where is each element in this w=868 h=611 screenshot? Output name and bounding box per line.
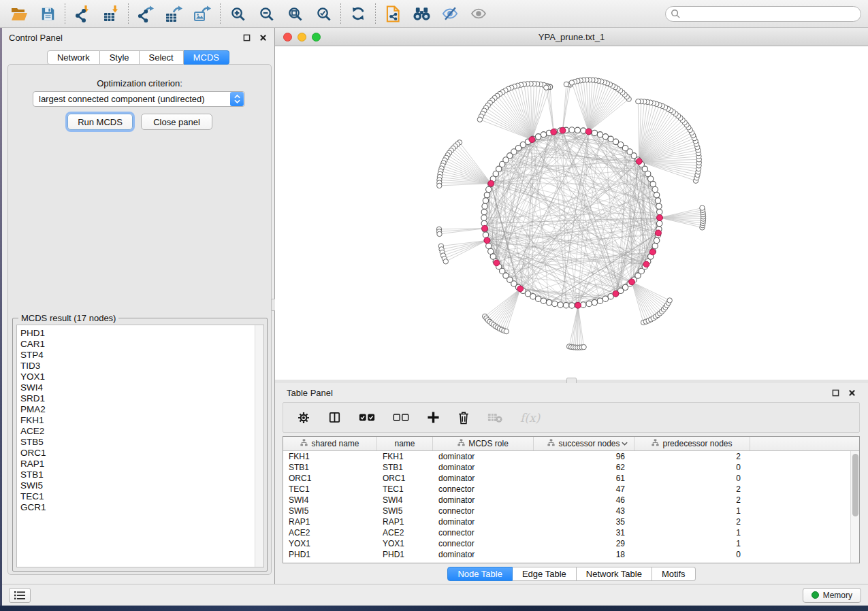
deselect-all-rows-icon[interactable] — [393, 408, 409, 428]
column-header-name[interactable]: name — [377, 437, 433, 450]
optimization-criterion-select[interactable]: largest connected component (undirected) — [33, 91, 245, 107]
window-maximize-button[interactable] — [312, 33, 321, 42]
mcds-result-list[interactable]: PHD1CAR1STP4TID3YOX1SWI4SRD1PMA2FKH1ACE2… — [16, 325, 264, 567]
table-row[interactable]: STB1STB1dominator620 — [283, 462, 859, 473]
result-node-item[interactable]: GCR1 — [20, 502, 263, 513]
export-table-icon[interactable] — [162, 3, 187, 24]
table-panel: Table Panel f(x) shared namenameMCDS rol… — [275, 383, 868, 584]
close-panel-button[interactable]: Close panel — [141, 114, 212, 130]
table-row[interactable]: SWI4SWI4dominator462 — [283, 495, 859, 506]
network-window-titlebar[interactable]: YPA_prune.txt_1 — [275, 28, 868, 46]
column-header-successor-nodes[interactable]: successor nodes — [534, 437, 634, 450]
column-header-predecessor-nodes[interactable]: predecessor nodes — [634, 437, 750, 450]
table-row[interactable]: YOX1YOX1connector291 — [283, 538, 859, 549]
import-table-icon[interactable] — [99, 3, 123, 24]
result-list-scrollbar[interactable] — [255, 325, 263, 567]
result-node-item[interactable]: ORC1 — [20, 448, 263, 459]
table-row[interactable]: TEC1TEC1connector472 — [283, 484, 859, 495]
table-row[interactable]: RAP1RAP1dominator352 — [283, 516, 859, 527]
tab-node-table[interactable]: Node Table — [447, 567, 513, 581]
close-table-panel-icon[interactable] — [847, 388, 856, 397]
refresh-layout-icon[interactable] — [346, 3, 370, 24]
zoom-in-icon[interactable] — [225, 3, 250, 24]
result-node-item[interactable]: SWI5 — [20, 480, 263, 491]
table-row[interactable]: ACE2ACE2connector311 — [283, 527, 859, 538]
settings-gear-icon[interactable] — [297, 408, 310, 428]
desktop-wallpaper-bottom — [0, 606, 868, 611]
result-node-item[interactable]: PHD1 — [20, 328, 263, 339]
table-header-row: shared namenameMCDS rolesuccessor nodesp… — [283, 437, 859, 451]
table-row[interactable]: FKH1FKH1dominator962 — [283, 451, 859, 462]
cell-name: ACE2 — [377, 527, 433, 538]
hide-unselected-icon[interactable] — [438, 3, 462, 24]
result-node-item[interactable]: CAR1 — [20, 339, 263, 350]
export-network-icon[interactable] — [133, 3, 158, 24]
result-node-item[interactable]: SWI4 — [20, 382, 263, 393]
result-node-item[interactable]: PMA2 — [20, 404, 263, 415]
table-row[interactable]: PHD1PHD1dominator180 — [283, 549, 859, 560]
show-all-icon[interactable] — [466, 3, 491, 24]
window-minimize-button[interactable] — [298, 33, 306, 42]
cell-name: TEC1 — [377, 484, 433, 495]
cell-shared_name: YOX1 — [283, 538, 377, 549]
result-node-item[interactable]: STP4 — [20, 350, 263, 361]
float-panel-icon[interactable] — [242, 33, 251, 42]
result-node-item[interactable]: TEC1 — [20, 491, 263, 502]
zoom-selected-icon[interactable] — [311, 3, 336, 24]
tab-select[interactable]: Select — [140, 50, 184, 65]
result-node-item[interactable]: STB1 — [20, 469, 263, 480]
memory-button[interactable]: Memory — [803, 588, 861, 603]
tab-network-table[interactable]: Network Table — [577, 567, 652, 581]
tab-style[interactable]: Style — [100, 50, 140, 65]
cell-predecessor_nodes: 0 — [634, 549, 750, 560]
table-scrollbar-thumb[interactable] — [852, 454, 858, 516]
column-header-MCDS-role[interactable]: MCDS role — [433, 437, 534, 450]
search-input[interactable] — [665, 6, 861, 22]
zoom-out-icon[interactable] — [254, 3, 278, 24]
cell-predecessor_nodes: 2 — [634, 484, 750, 495]
result-node-item[interactable]: FKH1 — [20, 415, 263, 426]
network-canvas[interactable] — [275, 46, 868, 380]
cell-shared_name: FKH1 — [283, 451, 377, 462]
share-document-icon[interactable] — [381, 3, 405, 24]
result-node-item[interactable]: TID3 — [20, 361, 263, 371]
tab-motifs[interactable]: Motifs — [652, 567, 696, 581]
close-panel-icon[interactable] — [258, 33, 268, 42]
cell-predecessor_nodes: 2 — [634, 516, 750, 527]
add-column-icon[interactable] — [427, 408, 440, 428]
cell-predecessor_nodes: 2 — [634, 451, 750, 462]
tab-edge-table[interactable]: Edge Table — [513, 567, 577, 581]
cell-shared_name: ORC1 — [283, 473, 377, 484]
result-node-item[interactable]: YOX1 — [20, 371, 263, 382]
result-node-item[interactable]: ACE2 — [20, 426, 263, 437]
result-node-item[interactable]: RAP1 — [20, 459, 263, 469]
cell-successor_nodes: 61 — [534, 473, 634, 484]
table-row[interactable]: ORC1ORC1dominator610 — [283, 473, 859, 484]
search-network-icon[interactable] — [409, 3, 434, 24]
zoom-fit-icon[interactable] — [283, 3, 307, 24]
tab-network[interactable]: Network — [47, 50, 100, 65]
network-graph[interactable] — [275, 46, 868, 380]
window-close-button[interactable] — [283, 33, 292, 42]
result-node-item[interactable]: SRD1 — [20, 393, 263, 404]
export-image-icon[interactable] — [191, 3, 215, 24]
tab-mcds[interactable]: MCDS — [184, 50, 229, 65]
result-node-item[interactable]: STB5 — [20, 437, 263, 448]
optimization-criterion-label: Optimization criterion: — [8, 78, 271, 88]
table-scrollbar[interactable] — [850, 451, 859, 563]
save-session-icon[interactable] — [35, 3, 60, 24]
task-history-button[interactable] — [9, 588, 31, 603]
cell-mcds_role: dominator — [433, 516, 534, 527]
import-network-icon[interactable] — [70, 3, 95, 24]
open-file-icon[interactable] — [7, 3, 31, 24]
column-visibility-icon[interactable] — [328, 408, 341, 428]
column-header-shared-name[interactable]: shared name — [283, 437, 377, 450]
float-table-panel-icon[interactable] — [831, 388, 840, 397]
mcds-tab-content: Optimization criterion: largest connecte… — [7, 64, 272, 575]
select-all-rows-icon[interactable] — [359, 408, 375, 428]
delete-column-icon[interactable] — [457, 408, 470, 428]
run-mcds-button[interactable]: Run MCDS — [67, 114, 133, 130]
cell-shared_name: STB1 — [283, 462, 377, 473]
table-row[interactable]: SWI5SWI5connector431 — [283, 506, 859, 516]
cell-predecessor_nodes: 1 — [634, 527, 750, 538]
